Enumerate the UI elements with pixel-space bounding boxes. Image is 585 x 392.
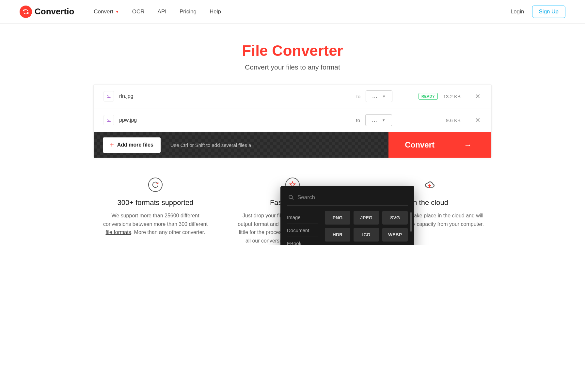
- chevron-down-icon: ▼: [382, 94, 386, 98]
- format-select[interactable]: ... ▼: [366, 90, 392, 102]
- svg-point-1: [107, 119, 108, 120]
- format-categories: Image Document EBook Font Vector CAD: [287, 211, 318, 245]
- format-webp[interactable]: WEBP: [382, 228, 408, 242]
- format-hdr[interactable]: HDR: [325, 228, 350, 242]
- nav-pricing[interactable]: Pricing: [180, 8, 197, 15]
- format-png[interactable]: PNG: [325, 211, 350, 225]
- nav-help[interactable]: Help: [210, 8, 221, 15]
- close-icon[interactable]: ✕: [474, 92, 482, 100]
- login-link[interactable]: Login: [511, 8, 524, 15]
- nav: Convert ▼ OCR API Pricing Help: [94, 8, 511, 15]
- status-badge: READY: [419, 93, 438, 100]
- search-input[interactable]: [297, 194, 406, 201]
- dropdown-search: [287, 192, 408, 206]
- file-row: rln.jpg to ... ▼ READY 13.2 KB ✕: [94, 85, 491, 108]
- page-subtitle: Convert your files to any format: [0, 63, 585, 71]
- svg-line-3: [292, 198, 293, 200]
- auth: Login Sign Up: [511, 6, 565, 18]
- category-image[interactable]: Image: [287, 211, 318, 224]
- header: Convertio Convert ▼ OCR API Pricing Help…: [0, 0, 585, 24]
- svg-point-0: [107, 95, 108, 96]
- close-icon[interactable]: ✕: [474, 116, 482, 124]
- format-jpeg[interactable]: JPEG: [354, 211, 379, 225]
- nav-convert[interactable]: Convert ▼: [94, 8, 119, 15]
- feature-text: We support more than 25600 different con…: [100, 212, 211, 237]
- file-panel: rln.jpg to ... ▼ READY 13.2 KB ✕ ppw.jpg…: [93, 84, 492, 158]
- signup-button[interactable]: Sign Up: [532, 6, 565, 18]
- logo-text: Convertio: [35, 7, 74, 17]
- plus-icon: +: [110, 141, 114, 149]
- logo[interactable]: Convertio: [20, 6, 74, 18]
- page-title: File Converter: [0, 42, 585, 59]
- format-svg[interactable]: SVG: [382, 211, 408, 225]
- file-row: ppw.jpg to ... ▼ 9.6 KB ✕: [94, 108, 491, 132]
- category-document[interactable]: Document: [287, 224, 318, 237]
- file-name: ppw.jpg: [119, 117, 351, 123]
- refresh-icon: [148, 178, 163, 192]
- to-label: to: [356, 118, 360, 123]
- image-file-icon: [103, 91, 114, 102]
- format-ico[interactable]: ICO: [354, 228, 379, 242]
- format-select[interactable]: ... ▼: [365, 114, 392, 126]
- feature-formats: 300+ formats supported We support more t…: [100, 178, 211, 245]
- format-grid: PNG JPEG SVG HDR ICO WEBP BMP GIF TIFF P…: [325, 211, 408, 245]
- to-label: to: [356, 94, 360, 99]
- svg-point-2: [289, 195, 292, 199]
- file-name: rln.jpg: [119, 93, 351, 99]
- arrow-right-icon: →: [464, 140, 472, 149]
- cloud-upload-icon: [422, 178, 437, 192]
- file-size: 9.6 KB: [438, 118, 461, 123]
- category-ebook[interactable]: EBook: [287, 237, 318, 245]
- image-file-icon: [103, 115, 114, 125]
- chevron-down-icon: ▼: [115, 9, 119, 14]
- file-formats-link[interactable]: file formats: [105, 229, 131, 235]
- nav-ocr[interactable]: OCR: [132, 8, 145, 15]
- file-size: 13.2 KB: [438, 94, 461, 99]
- convert-button[interactable]: Convert →: [388, 132, 491, 158]
- format-dropdown: Image Document EBook Font Vector CAD PNG…: [280, 186, 414, 245]
- add-more-button[interactable]: + Add more files: [103, 137, 161, 153]
- scrollbar[interactable]: [410, 212, 412, 232]
- action-bar: + Add more files Use Ctrl or Shift to ad…: [94, 132, 491, 158]
- hint-text: Use Ctrl or Shift to add several files a: [170, 142, 388, 148]
- hero: File Converter Convert your files to any…: [0, 24, 585, 84]
- logo-icon: [20, 6, 32, 18]
- search-icon: [288, 195, 294, 200]
- feature-title: 300+ formats supported: [100, 198, 211, 207]
- chevron-down-icon: ▼: [382, 118, 386, 122]
- nav-api[interactable]: API: [158, 8, 166, 15]
